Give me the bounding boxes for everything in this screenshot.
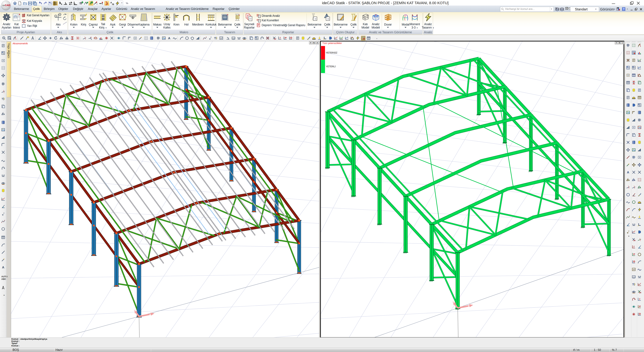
svg-text:P: P — [342, 38, 342, 40]
svg-text:?: ? — [228, 37, 229, 39]
svg-text:2: 2 — [3, 212, 4, 214]
svg-text:Y: Y — [134, 310, 136, 312]
svg-text:Z: Z — [634, 246, 634, 248]
svg-text:?: ? — [640, 66, 641, 68]
svg-text:2: 2 — [628, 230, 629, 232]
svg-text:m²: m² — [633, 268, 635, 271]
svg-text:P: P — [640, 60, 641, 62]
svg-text:A: A — [168, 37, 170, 40]
svg-text:m²: m² — [220, 37, 222, 40]
svg-text:3P: 3P — [284, 37, 287, 39]
svg-text:?: ? — [623, 8, 624, 11]
svg-text:mm²: mm² — [232, 38, 235, 39]
svg-text:A: A — [627, 171, 629, 174]
svg-text:?: ? — [2, 98, 3, 100]
svg-text:XY: XY — [274, 38, 276, 40]
svg-text:Z: Z — [280, 37, 281, 39]
svg-text:mm²: mm² — [632, 276, 636, 278]
svg-text:XY: XY — [639, 292, 642, 294]
svg-text:?: ? — [632, 283, 634, 286]
svg-text:A: A — [110, 1, 112, 4]
svg-text:Y: Y — [453, 301, 454, 304]
svg-text:XY: XY — [634, 240, 636, 242]
svg-text:/S: /S — [112, 3, 114, 6]
svg-text:2: 2 — [210, 36, 212, 38]
svg-text:X: X — [468, 305, 470, 307]
svg-text:X: X — [150, 313, 151, 315]
svg-text:A: A — [59, 14, 61, 16]
svg-text:A: A — [2, 265, 4, 269]
svg-text:Z: Z — [639, 298, 640, 300]
svg-text:?: ? — [347, 37, 348, 39]
svg-text:1: 1 — [55, 15, 56, 17]
svg-text:3P: 3P — [639, 305, 641, 307]
svg-text:?: ? — [214, 37, 216, 40]
svg-text:3P: 3P — [633, 253, 635, 255]
